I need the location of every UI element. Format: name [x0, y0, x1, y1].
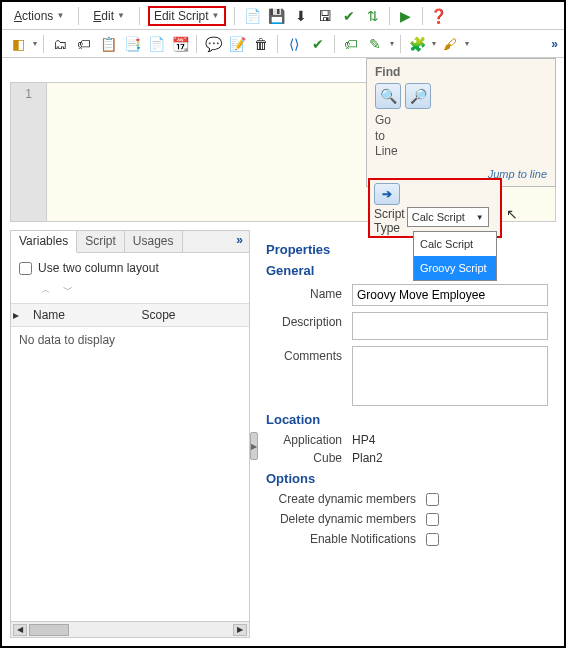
- application-value: HP4: [352, 433, 375, 447]
- cube-label: Cube: [266, 451, 352, 465]
- comments-input[interactable]: [352, 346, 548, 406]
- script-type-panel: ➔ ScriptType Calc Script ▼ Calc Script G…: [368, 178, 502, 238]
- two-column-label: Use two column layout: [38, 261, 159, 275]
- name-input[interactable]: [352, 284, 548, 306]
- separator: [78, 7, 79, 25]
- actions-menu[interactable]: Actions ▼: [8, 6, 70, 26]
- script-type-select[interactable]: Calc Script ▼: [407, 207, 489, 227]
- script-type-option-calc[interactable]: Calc Script: [414, 232, 496, 256]
- help-icon[interactable]: ❓: [429, 6, 449, 26]
- scroll-right-icon[interactable]: ▶: [233, 624, 247, 636]
- comment-delete-icon[interactable]: 🗑: [251, 34, 271, 54]
- hierarchy-icon[interactable]: ⇅: [363, 6, 383, 26]
- line-number: 1: [11, 87, 46, 101]
- col-name[interactable]: Name: [27, 304, 136, 327]
- delete-dyn-checkbox[interactable]: [426, 513, 439, 526]
- tool-icon-3[interactable]: 🏷: [74, 34, 94, 54]
- toolbar2: ◧▾ 🗂 🏷 📋 📑 📄 📆 💬 📝 🗑 ⟨⟩ ✔ 🏷 ✎▾ 🧩▾ 🖌▾ »: [2, 30, 564, 58]
- create-dyn-label: Create dynamic members: [266, 492, 426, 506]
- tool-icon-5[interactable]: 📑: [122, 34, 142, 54]
- cube-value: Plan2: [352, 451, 383, 465]
- find-label: Find: [375, 65, 547, 79]
- application-label: Application: [266, 433, 352, 447]
- download-icon[interactable]: ⬇: [291, 6, 311, 26]
- h-scrollbar[interactable]: ◀ ▶: [11, 621, 249, 637]
- script-type-option-groovy[interactable]: Groovy Script: [414, 256, 496, 280]
- scroll-thumb[interactable]: [29, 624, 69, 636]
- script-type-dropdown: Calc Script Groovy Script: [413, 231, 497, 281]
- row-handle-header: ▸: [11, 304, 27, 327]
- tool-icon-7[interactable]: 📆: [170, 34, 190, 54]
- script-type-label: ScriptType: [374, 207, 405, 236]
- run-icon[interactable]: ▶: [396, 6, 416, 26]
- go-to-line-button[interactable]: ➔: [374, 183, 400, 205]
- two-column-checkbox[interactable]: [19, 262, 32, 275]
- separator: [43, 35, 44, 53]
- col-scope[interactable]: Scope: [136, 304, 250, 327]
- find-prev-icon[interactable]: 🔎: [405, 83, 431, 109]
- code-icon[interactable]: ⟨⟩: [284, 34, 304, 54]
- new-file-icon[interactable]: 📄: [243, 6, 263, 26]
- validate-icon[interactable]: ✔: [339, 6, 359, 26]
- location-title: Location: [266, 412, 548, 427]
- tool-icon-2[interactable]: 🗂: [50, 34, 70, 54]
- properties-panel: Properties General Name Description Comm…: [258, 230, 556, 642]
- tabs-expand-icon[interactable]: »: [230, 231, 249, 252]
- enable-notif-checkbox[interactable]: [426, 533, 439, 546]
- cursor-icon: ↖: [506, 206, 518, 222]
- scroll-left-icon[interactable]: ◀: [13, 624, 27, 636]
- separator: [196, 35, 197, 53]
- find-next-icon[interactable]: 🔍: [375, 83, 401, 109]
- tab-usages[interactable]: Usages: [125, 231, 183, 252]
- edit-script-menu[interactable]: Edit Script ▼: [148, 6, 226, 26]
- script-type-selected: Calc Script: [412, 211, 465, 223]
- separator: [400, 35, 401, 53]
- brush-icon[interactable]: 🖌: [440, 34, 460, 54]
- menubar: Actions ▼ Edit ▼ Edit Script ▼ 📄 💾 ⬇ 🖫 ✔…: [2, 2, 564, 30]
- name-label: Name: [266, 284, 352, 301]
- properties-title: Properties: [266, 242, 548, 257]
- tool-icon-4[interactable]: 📋: [98, 34, 118, 54]
- enable-notif-label: Enable Notifications: [266, 532, 426, 546]
- no-data-message: No data to display: [11, 327, 249, 353]
- comments-label: Comments: [266, 346, 352, 363]
- separator: [277, 35, 278, 53]
- delete-dyn-label: Delete dynamic members: [266, 512, 426, 526]
- general-title: General: [266, 263, 548, 278]
- tag-icon[interactable]: 🏷: [341, 34, 361, 54]
- separator: [389, 7, 390, 25]
- down-arrow-icon[interactable]: ﹀: [63, 283, 73, 297]
- tool-icon-6[interactable]: 📄: [146, 34, 166, 54]
- separator: [422, 7, 423, 25]
- create-dyn-checkbox[interactable]: [426, 493, 439, 506]
- separator: [234, 7, 235, 25]
- tab-script[interactable]: Script: [77, 231, 125, 252]
- code-gutter: 1: [11, 83, 47, 221]
- comment-add-icon[interactable]: 💬: [203, 34, 223, 54]
- comment-edit-icon[interactable]: 📝: [227, 34, 247, 54]
- panel-collapse-handle[interactable]: ▶: [250, 432, 258, 460]
- left-panel: Variables Script Usages » Use two column…: [10, 230, 250, 638]
- save-deploy-icon[interactable]: 🖫: [315, 6, 335, 26]
- options-title: Options: [266, 471, 548, 486]
- go-to-line-label: Go to Line: [375, 113, 547, 160]
- edit-menu[interactable]: Edit ▼: [87, 6, 131, 26]
- check-icon[interactable]: ✔: [308, 34, 328, 54]
- tool-member-icon[interactable]: ◧: [8, 34, 28, 54]
- separator: [334, 35, 335, 53]
- puzzle-icon[interactable]: 🧩: [407, 34, 427, 54]
- sort-arrows: ︿ ﹀: [11, 279, 249, 303]
- find-panel: Find 🔍 🔎 Go to Line Jump to line: [366, 58, 556, 187]
- variables-table: ▸ Name Scope: [11, 303, 249, 327]
- description-label: Description: [266, 312, 352, 329]
- tag-plus-icon[interactable]: ✎: [365, 34, 385, 54]
- toolbar-expand-icon[interactable]: »: [551, 37, 558, 51]
- description-input[interactable]: [352, 312, 548, 340]
- tab-variables[interactable]: Variables: [11, 231, 77, 253]
- separator: [139, 7, 140, 25]
- up-arrow-icon[interactable]: ︿: [41, 283, 51, 297]
- left-tabs: Variables Script Usages »: [11, 231, 249, 253]
- save-icon[interactable]: 💾: [267, 6, 287, 26]
